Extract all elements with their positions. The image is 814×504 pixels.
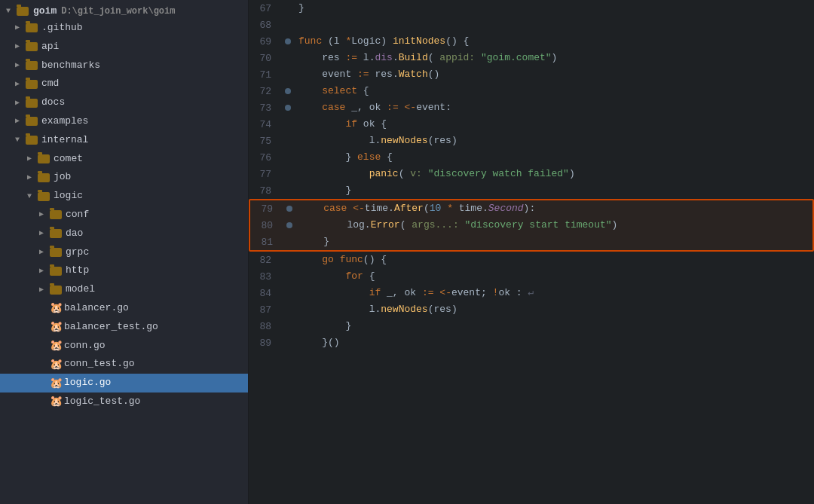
code-line-76: 76 } else {: [249, 149, 814, 166]
highlighted-block: 79 case <-time.After(10 * time.Second): …: [249, 199, 814, 252]
sidebar-item-label: conn.go: [64, 338, 106, 354]
code-line-89: 89 }(): [249, 334, 814, 351]
breakpoint-dot: [285, 88, 291, 94]
sidebar-item-label: conn_test.go: [64, 356, 135, 372]
sidebar-item-model[interactable]: ▶ model: [0, 280, 248, 299]
line-num: 73: [249, 102, 280, 114]
sidebar-item-label: logic_test.go: [64, 394, 140, 410]
line-num: 80: [250, 220, 282, 231]
sidebar-item-logic[interactable]: ▼ logic: [0, 187, 248, 206]
code-line-72: 72 select {: [249, 83, 814, 99]
sidebar-item-docs[interactable]: ▶ docs: [0, 93, 248, 112]
sidebar-item-github[interactable]: ▶ .github: [0, 19, 248, 38]
collapse-arrow: ▶: [39, 209, 50, 221]
sidebar-item-conn-go[interactable]: ▶ 🐹 conn.go: [0, 337, 248, 356]
sidebar-item-api[interactable]: ▶ api: [0, 38, 248, 57]
collapse-arrow: ▶: [27, 172, 38, 184]
sidebar-item-internal[interactable]: ▼ internal: [0, 131, 248, 150]
line-content: for {: [295, 268, 375, 285]
code-line-88: 88 }: [249, 318, 814, 334]
folder-icon: [26, 23, 38, 32]
go-file-icon: 🐹: [50, 359, 60, 370]
root-path: D:\git_join_work\goim: [61, 6, 175, 17]
line-content: func (l *Logic) initNodes() {: [295, 33, 469, 50]
sidebar-item-logic-test-go[interactable]: ▶ 🐹 logic_test.go: [0, 393, 248, 411]
code-line-73: 73 case _, ok := <-event:: [249, 99, 814, 116]
folder-icon: [38, 173, 50, 182]
line-gutter: [280, 88, 295, 94]
sidebar-item-examples[interactable]: ▶ examples: [0, 112, 248, 131]
line-gutter: [280, 38, 295, 44]
folder-icon: [38, 154, 50, 163]
line-gutter: [282, 222, 297, 228]
sidebar-item-job[interactable]: ▶ job: [0, 168, 248, 187]
line-gutter: [282, 206, 297, 212]
folder-icon: [50, 210, 62, 219]
collapse-arrow: ▶: [15, 97, 26, 109]
sidebar-item-label: logic.go: [64, 375, 111, 391]
code-line-78: 78 }: [249, 182, 814, 199]
line-num: 75: [249, 136, 280, 147]
expand-arrow: ▼: [27, 191, 38, 203]
sidebar-item-http[interactable]: ▶ http: [0, 261, 248, 280]
folder-icon: [26, 61, 38, 70]
sidebar-item-label: benchmarks: [41, 58, 100, 74]
code-line-81: 81 }: [250, 234, 812, 250]
sidebar-item-comet[interactable]: ▶ comet: [0, 150, 248, 169]
root-folder[interactable]: ▼ goim D:\git_join_work\goim: [0, 3, 248, 19]
folder-icon: [38, 192, 50, 201]
code-editor[interactable]: 67 } 68 69 func (l *Logic) initNodes() {…: [249, 0, 814, 504]
line-num: 89: [249, 338, 280, 349]
line-num: 69: [249, 36, 280, 47]
expand-arrow: ▼: [6, 7, 17, 15]
folder-icon: [17, 7, 29, 16]
folder-icon: [50, 229, 62, 238]
sidebar-item-balancer-go[interactable]: ▶ 🐹 balancer.go: [0, 299, 248, 318]
code-line-75: 75 l.newNodes(res): [249, 133, 814, 149]
sidebar-item-grpc[interactable]: ▶ grpc: [0, 243, 248, 262]
line-num: 70: [249, 53, 280, 64]
line-num: 78: [249, 185, 280, 197]
line-num: 79: [250, 203, 282, 215]
collapse-arrow: ▶: [15, 78, 26, 90]
line-num: 74: [249, 119, 280, 130]
line-num: 72: [249, 86, 280, 97]
collapse-arrow: ▶: [15, 22, 26, 34]
line-content: }: [297, 234, 329, 250]
folder-icon: [26, 117, 38, 126]
sidebar-item-label: comet: [54, 151, 83, 167]
line-content: res := l.dis.Build( appid: "goim.comet"): [295, 50, 557, 66]
go-file-icon: 🐹: [50, 378, 60, 389]
root-name: goim: [33, 5, 57, 17]
line-content: }: [295, 182, 351, 199]
collapse-arrow: ▶: [39, 265, 50, 277]
sidebar-item-logic-go[interactable]: ▶ 🐹 logic.go: [0, 374, 248, 393]
line-gutter: [280, 105, 295, 111]
sidebar-item-conn-test-go[interactable]: ▶ 🐹 conn_test.go: [0, 355, 248, 374]
line-content: case <-time.After(10 * time.Second):: [297, 200, 535, 217]
line-content: [295, 17, 304, 33]
sidebar-item-cmd[interactable]: ▶ cmd: [0, 75, 248, 93]
sidebar-item-balancer-test-go[interactable]: ▶ 🐹 balancer_test.go: [0, 318, 248, 337]
breakpoint-dot: [286, 206, 292, 212]
code-line-70: 70 res := l.dis.Build( appid: "goim.come…: [249, 50, 814, 66]
code-line-84: 84 if _, ok := <-event; !ok : ↵: [249, 285, 814, 301]
line-content: event := res.Watch(): [295, 66, 439, 83]
code-line-77: 77 panic( v: "discovery watch failed"): [249, 166, 814, 182]
expand-arrow: ▼: [15, 134, 26, 146]
collapse-arrow: ▶: [15, 115, 26, 127]
code-line-80: 80 log.Error( args...: "discovery start …: [250, 217, 812, 234]
line-num: 88: [249, 321, 280, 332]
line-content: }: [295, 318, 351, 334]
folder-icon: [26, 80, 38, 89]
sidebar-item-label: conf: [66, 207, 89, 223]
sidebar-item-benchmarks[interactable]: ▶ benchmarks: [0, 57, 248, 75]
code-line-82: 82 go func() {: [249, 252, 814, 268]
line-num: 76: [249, 152, 280, 163]
sidebar-item-dao[interactable]: ▶ dao: [0, 225, 248, 243]
code-line-71: 71 event := res.Watch(): [249, 66, 814, 83]
file-tree[interactable]: ▼ goim D:\git_join_work\goim ▶ .github ▶…: [0, 0, 249, 504]
sidebar-item-conf[interactable]: ▶ conf: [0, 206, 248, 225]
line-content: l.newNodes(res): [295, 301, 457, 318]
line-num: 68: [249, 20, 280, 31]
